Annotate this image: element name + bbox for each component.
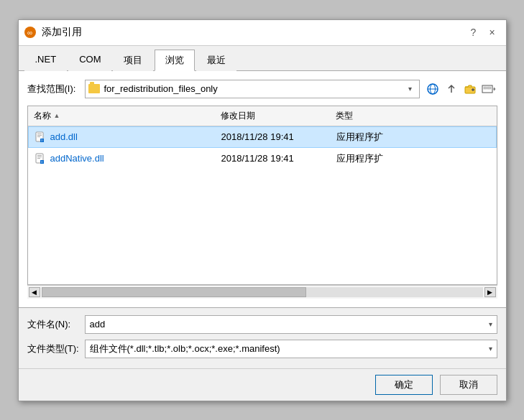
globe-icon — [427, 83, 438, 95]
new-folder-icon-btn[interactable] — [461, 80, 479, 98]
file-name-cell: D add.dll — [29, 130, 216, 144]
tab-recent[interactable]: 最近 — [196, 50, 236, 71]
col-header-date: 修改日期 — [215, 108, 330, 123]
scroll-left-btn[interactable]: ◀ — [29, 287, 40, 297]
file-list-header: 名称 ▲ 修改日期 类型 — [28, 106, 497, 126]
title-bar: 添加引用 ? × — [19, 20, 506, 46]
file-type-cell: 应用程序扩 — [331, 129, 496, 145]
filename-dropdown-arrow: ▾ — [489, 320, 492, 328]
form-section: 文件名(N): add ▾ 文件类型(T): 组件文件(*.dll;*.tlb;… — [19, 308, 506, 368]
filetype-input[interactable]: 组件文件(*.dll;*.tlb;*.olb;*.ocx;*.exe;*.man… — [85, 340, 497, 358]
svg-rect-16 — [37, 155, 42, 156]
filename-label: 文件名(N): — [27, 318, 85, 331]
filetype-row: 文件类型(T): 组件文件(*.dll;*.tlb;*.olb;*.ocx;*.… — [27, 340, 497, 358]
search-row: 查找范围(I): for_redistribution_files_only ▾ — [27, 80, 497, 98]
folder-icon — [88, 84, 100, 93]
svg-rect-11 — [37, 135, 42, 136]
filetype-dropdown-arrow: ▾ — [489, 345, 492, 353]
sort-arrow: ▲ — [54, 112, 60, 119]
horizontal-scrollbar[interactable]: ◀ ▶ — [27, 285, 497, 299]
svg-rect-7 — [484, 87, 487, 89]
search-path: for_redistribution_files_only — [104, 83, 405, 94]
filename-input[interactable]: add ▾ — [85, 315, 497, 334]
toolbar-icons — [424, 80, 497, 98]
up-icon-btn[interactable] — [443, 80, 460, 98]
dialog-title: 添加引用 — [42, 26, 466, 39]
filetype-label: 文件类型(T): — [27, 342, 85, 355]
svg-rect-8 — [487, 87, 491, 89]
tab-browse[interactable]: 浏览 — [155, 50, 195, 71]
search-combo[interactable]: for_redistribution_files_only ▾ — [85, 80, 420, 98]
file-type-cell: 应用程序扩 — [331, 151, 496, 167]
svg-rect-18 — [37, 158, 40, 159]
table-row[interactable]: D addNative.dll 2018/11/28 19:41 应用程序扩 — [28, 148, 497, 169]
file-name-cell: D addNative.dll — [29, 151, 216, 166]
svg-text:D: D — [41, 139, 43, 142]
scrollbar-thumb[interactable] — [42, 287, 306, 297]
svg-rect-12 — [37, 136, 40, 137]
filename-row: 文件名(N): add ▾ — [27, 315, 497, 334]
file-date-cell: 2018/11/28 19:41 — [216, 130, 331, 144]
views-icon-btn[interactable] — [480, 80, 497, 98]
empty-space — [28, 169, 497, 284]
svg-text:D: D — [41, 160, 43, 164]
table-row[interactable]: D add.dll 2018/11/28 19:41 应用程序扩 — [28, 126, 497, 148]
dll-icon: D — [35, 153, 46, 164]
close-button[interactable]: × — [484, 24, 500, 40]
file-list: 名称 ▲ 修改日期 类型 — [27, 106, 497, 285]
title-controls: ? × — [466, 24, 500, 40]
scroll-right-btn[interactable]: ▶ — [484, 287, 496, 297]
bottom-bar: 确定 取消 — [19, 368, 506, 401]
dialog-icon — [24, 27, 36, 38]
svg-rect-17 — [37, 157, 42, 157]
tab-net[interactable]: .NET — [24, 50, 68, 71]
dll-icon: D — [35, 131, 46, 143]
tab-project[interactable]: 项目 — [113, 50, 153, 71]
web-icon-btn[interactable] — [424, 80, 441, 98]
main-content: 查找范围(I): for_redistribution_files_only ▾ — [19, 71, 506, 308]
search-label: 查找范围(I): — [27, 83, 85, 95]
confirm-button[interactable]: 确定 — [375, 375, 433, 395]
filetype-value: 组件文件(*.dll;*.tlb;*.olb;*.ocx;*.exe;*.man… — [90, 342, 280, 355]
tab-bar: .NET COM 项目 浏览 最近 — [19, 46, 506, 71]
add-reference-dialog: 添加引用 ? × .NET COM 项目 浏览 最近 查找范围(I): fo — [18, 19, 507, 401]
search-dropdown-arrow: ▾ — [405, 85, 416, 93]
tab-com[interactable]: COM — [68, 50, 111, 71]
cancel-button[interactable]: 取消 — [440, 375, 497, 395]
col-header-name: 名称 ▲ — [28, 108, 215, 123]
file-date-cell: 2018/11/28 19:41 — [216, 151, 331, 165]
col-header-type: 类型 — [330, 108, 497, 123]
svg-rect-10 — [37, 134, 42, 134]
scrollbar-track[interactable] — [42, 287, 483, 297]
filename-value: add — [90, 319, 106, 330]
help-button[interactable]: ? — [466, 24, 482, 40]
views-icon — [482, 83, 496, 95]
up-arrow-icon — [446, 83, 457, 95]
new-folder-icon — [464, 83, 476, 95]
